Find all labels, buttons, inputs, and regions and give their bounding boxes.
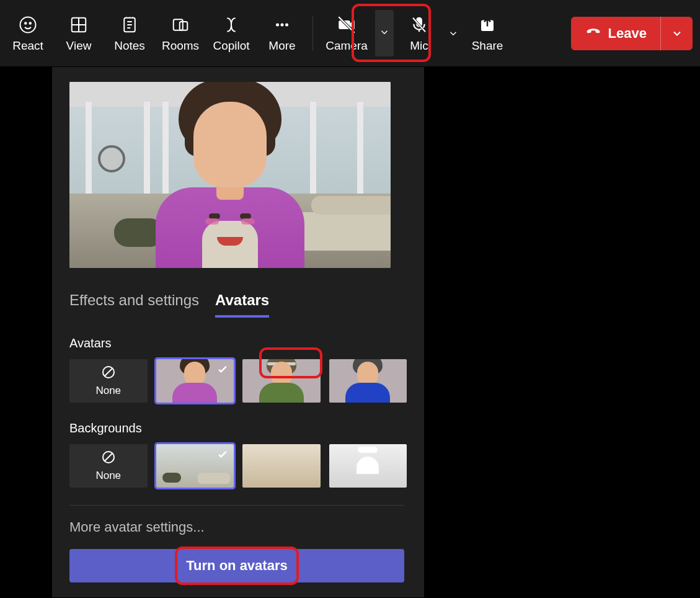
svg-line-20: [105, 453, 112, 461]
svg-line-18: [105, 368, 112, 376]
avatar-option-3[interactable]: [329, 359, 407, 403]
leave-button[interactable]: Leave: [571, 17, 660, 50]
backgrounds-section-title: Backgrounds: [69, 421, 407, 435]
rooms-label: Rooms: [162, 39, 199, 53]
camera-label: Camera: [326, 39, 368, 53]
hangup-icon: [585, 23, 602, 44]
leave-options-button[interactable]: [660, 17, 693, 50]
react-label: React: [12, 39, 43, 53]
notes-button[interactable]: Notes: [104, 0, 155, 66]
more-button[interactable]: More: [257, 0, 308, 66]
share-icon: [478, 14, 497, 35]
background-none-label: None: [95, 470, 121, 482]
background-option-none[interactable]: None: [69, 444, 148, 488]
copilot-icon: [221, 14, 241, 35]
leave-group: Leave: [571, 17, 693, 50]
none-icon: [101, 450, 116, 467]
camera-off-icon: [336, 14, 357, 35]
more-avatar-settings-link[interactable]: More avatar settings...: [69, 519, 407, 535]
tab-avatars[interactable]: Avatars: [215, 292, 269, 318]
background-option-2[interactable]: [242, 444, 321, 488]
backgrounds-grid: None: [69, 444, 407, 488]
ellipsis-icon: [273, 14, 291, 35]
avatar-option-1[interactable]: [156, 359, 234, 403]
svg-point-1: [25, 22, 27, 24]
mic-label: Mic: [410, 39, 428, 53]
avatar-preview: [69, 82, 391, 268]
avatars-grid: None: [69, 359, 407, 403]
mic-options-button[interactable]: [445, 28, 462, 39]
chevron-down-icon: [379, 27, 390, 40]
share-label: Share: [472, 39, 503, 53]
react-button[interactable]: React: [2, 0, 53, 66]
rooms-button[interactable]: Rooms: [155, 0, 206, 66]
avatar-option-none[interactable]: None: [69, 359, 148, 403]
smile-icon: [19, 14, 37, 35]
check-icon: [216, 448, 229, 463]
camera-button[interactable]: Camera: [318, 0, 375, 66]
tab-effects-settings[interactable]: Effects and settings: [69, 292, 199, 318]
grid-icon: [69, 14, 88, 35]
view-label: View: [66, 39, 92, 53]
notes-icon: [120, 14, 139, 35]
view-button[interactable]: View: [53, 0, 104, 66]
svg-point-9: [285, 23, 288, 26]
avatar-option-2[interactable]: [242, 359, 321, 403]
svg-point-2: [30, 22, 32, 24]
none-icon: [101, 365, 116, 382]
camera-settings-panel: Effects and settings Avatars Avatars Non…: [52, 67, 424, 597]
check-icon: [216, 363, 229, 378]
rooms-icon: [171, 14, 190, 35]
svg-point-0: [20, 17, 36, 32]
more-label: More: [268, 39, 295, 53]
leave-label: Leave: [608, 25, 647, 42]
meeting-toolbar: React View Notes Rooms C: [0, 0, 700, 66]
divider: [69, 505, 404, 506]
avatars-section-title: Avatars: [69, 336, 407, 350]
copilot-button[interactable]: Copilot: [206, 0, 257, 66]
camera-options-button[interactable]: [375, 10, 394, 56]
toolbar-separator: [312, 16, 313, 51]
mic-off-icon: [410, 14, 428, 35]
background-option-1[interactable]: [156, 444, 234, 488]
notes-label: Notes: [114, 39, 145, 53]
copilot-label: Copilot: [213, 39, 249, 53]
svg-point-7: [276, 23, 279, 26]
background-option-3[interactable]: [329, 444, 407, 488]
svg-rect-6: [180, 22, 188, 30]
avatar-none-label: None: [95, 385, 121, 397]
mic-group: Mic: [394, 0, 462, 66]
mic-button[interactable]: Mic: [394, 0, 445, 66]
turn-on-avatars-button[interactable]: Turn on avatars: [69, 549, 404, 582]
svg-point-8: [281, 23, 284, 26]
camera-group: Camera: [318, 0, 394, 66]
panel-tabs: Effects and settings Avatars: [69, 292, 407, 318]
svg-rect-5: [174, 19, 183, 30]
share-button[interactable]: Share: [462, 0, 513, 66]
